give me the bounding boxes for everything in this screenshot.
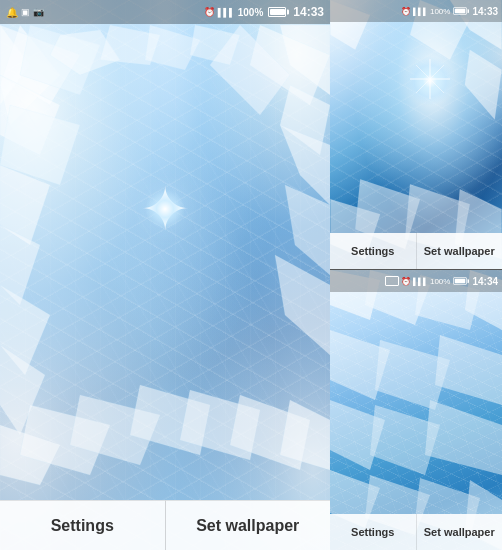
time-right-top: 14:33 <box>472 6 498 17</box>
bottom-bar-right-bottom: Settings Set wallpaper <box>330 514 502 550</box>
bottom-bar-left: Settings Set wallpaper <box>0 500 330 550</box>
set-wallpaper-button-rb[interactable]: Set wallpaper <box>417 514 503 550</box>
set-wallpaper-button-rt[interactable]: Set wallpaper <box>417 233 503 269</box>
set-wallpaper-button[interactable]: Set wallpaper <box>166 500 331 550</box>
frost-svg-right-top <box>330 0 502 269</box>
battery-pct: 100% <box>238 7 264 18</box>
right-bottom-panel: ⏰ ▌▌▌ 100% 14:34 Settings Set wallpaper <box>330 270 502 550</box>
signal-icon-rb: ▌▌▌ <box>413 278 428 285</box>
alarm-icon-rb: ⏰ <box>401 277 411 286</box>
settings-button-rt[interactable]: Settings <box>330 233 417 269</box>
battery-pct-rb: 100% <box>430 277 450 286</box>
left-preview-panel: 🔔 ▣ 📷 ⏰ ▌▌▌ 100% 14:33 Settings Set wall… <box>0 0 330 550</box>
time-left: 14:33 <box>293 5 324 19</box>
star-rays <box>405 54 455 108</box>
right-top-panel: ⏰ ▌▌▌ 100% 14:33 Settings Set wallpaper <box>330 0 502 270</box>
battery-icon-left <box>268 7 286 17</box>
screenshot-icon: ▣ <box>21 7 30 17</box>
status-bar-right-bottom: ⏰ ▌▌▌ 100% 14:34 <box>330 270 502 292</box>
notification-icon: 🔔 <box>6 7 18 18</box>
bottom-bar-right-top: Settings Set wallpaper <box>330 233 502 269</box>
settings-button-rb[interactable]: Settings <box>330 514 417 550</box>
right-panel: ⏰ ▌▌▌ 100% 14:33 Settings Set wallpaper <box>330 0 502 550</box>
frost-svg-right-bottom <box>330 270 502 550</box>
camera-icon: 📷 <box>33 7 44 17</box>
settings-button[interactable]: Settings <box>0 500 166 550</box>
status-right-icons: ⏰ ▌▌▌ 100% 14:33 <box>204 5 324 19</box>
thumbnail-icon <box>385 276 399 286</box>
battery-pct-rt: 100% <box>430 7 450 16</box>
status-bar-left: 🔔 ▣ 📷 ⏰ ▌▌▌ 100% 14:33 <box>0 0 330 24</box>
status-left-icons: 🔔 ▣ 📷 <box>6 7 44 18</box>
frost-svg-left <box>0 0 330 550</box>
battery-icon-rb <box>454 277 468 285</box>
status-bar-right-top: ⏰ ▌▌▌ 100% 14:33 <box>330 0 502 22</box>
signal-icon-rt: ▌▌▌ <box>413 8 428 15</box>
battery-icon-rt <box>454 7 468 15</box>
glow-center <box>145 189 185 229</box>
alarm-icon: ⏰ <box>204 7 215 17</box>
time-right-bottom: 14:34 <box>472 276 498 287</box>
alarm-icon-rt: ⏰ <box>401 7 411 16</box>
signal-icon: ▌▌▌ <box>218 8 235 17</box>
